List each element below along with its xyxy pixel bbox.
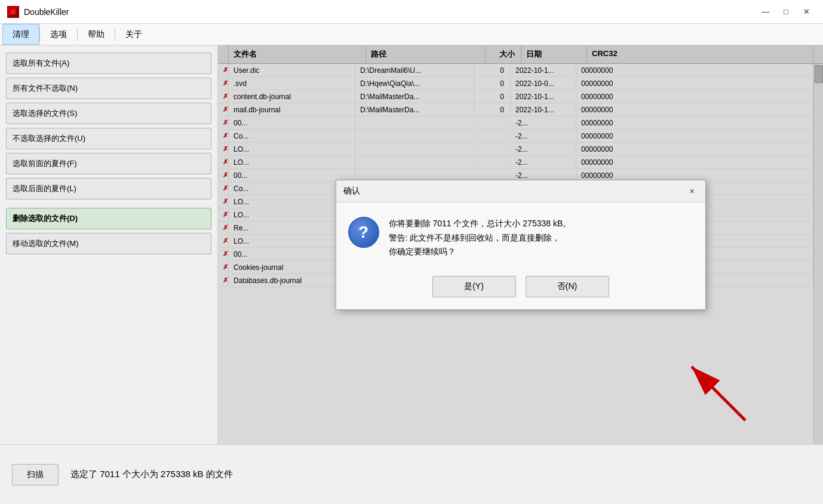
bottom-bar: 扫描 选定了 7011 个大小为 275338 kB 的文件 xyxy=(0,444,823,504)
title-bar-left: DoubleKiller xyxy=(7,6,69,18)
status-text: 选定了 7011 个大小为 275338 kB 的文件 xyxy=(70,469,233,480)
dialog-yes-button[interactable]: 是(Y) xyxy=(432,276,516,297)
dialog-no-button[interactable]: 否(N) xyxy=(526,276,609,297)
minimize-button[interactable]: — xyxy=(756,4,775,20)
app-title: DoubleKiller xyxy=(24,7,69,17)
dialog-titlebar: 确认 × xyxy=(336,180,705,202)
dialog-overlay: 确认 × ? 你将要删除 7011 个文件，总计大小 275338 kB。 警告… xyxy=(218,45,823,444)
menu-item-options[interactable]: 选项 xyxy=(40,24,77,45)
deselect-all-button[interactable]: 所有文件不选取(N) xyxy=(6,78,211,99)
dialog-close-button[interactable]: × xyxy=(686,185,698,197)
svg-rect-2 xyxy=(11,10,16,14)
menu-item-clean[interactable]: 清理 xyxy=(2,24,39,45)
maximize-button[interactable]: □ xyxy=(776,4,796,20)
deselect-chosen-button[interactable]: 不选取选择的文件(U) xyxy=(6,128,211,149)
main-layout: 选取所有文件(A) 所有文件不选取(N) 选取选择的文件(S) 不选取选择的文件… xyxy=(0,45,823,504)
dialog-message: 你将要删除 7011 个文件，总计大小 275338 kB。 警告: 此文件不是… xyxy=(389,217,572,259)
dialog-message-line2: 警告: 此文件不是移到回收站，而是直接删除， xyxy=(389,231,572,245)
confirm-dialog: 确认 × ? 你将要删除 7011 个文件，总计大小 275338 kB。 警告… xyxy=(336,180,706,310)
move-selected-button[interactable]: 移动选取的文件(M) xyxy=(6,233,211,254)
menu-bar: 清理 选项 帮助 关于 xyxy=(0,24,823,45)
menu-item-help[interactable]: 帮助 xyxy=(78,24,115,45)
dialog-buttons: 是(Y) 否(N) xyxy=(336,269,705,309)
title-bar: DoubleKiller — □ ✕ xyxy=(0,0,823,24)
select-chosen-button[interactable]: 选取选择的文件(S) xyxy=(6,103,211,124)
select-all-button[interactable]: 选取所有文件(A) xyxy=(6,53,211,74)
dialog-message-line1: 你将要删除 7011 个文件，总计大小 275338 kB。 xyxy=(389,217,572,231)
dialog-body: ? 你将要删除 7011 个文件，总计大小 275338 kB。 警告: 此文件… xyxy=(336,202,705,269)
select-first-dupe-button[interactable]: 选取前面的夏件(F) xyxy=(6,153,211,174)
app-icon xyxy=(7,6,19,18)
menu-item-about[interactable]: 关于 xyxy=(115,24,152,45)
select-last-dupe-button[interactable]: 选取后面的夏件(L) xyxy=(6,178,211,199)
dialog-question-icon: ? xyxy=(348,217,379,248)
close-button[interactable]: ✕ xyxy=(797,4,816,20)
left-panel: 选取所有文件(A) 所有文件不选取(N) 选取选择的文件(S) 不选取选择的文件… xyxy=(0,45,218,504)
dialog-title: 确认 xyxy=(343,186,360,196)
dialog-message-line3: 你确定要继续吗？ xyxy=(389,245,572,259)
right-panel: 文件名 路径 大小 日期 CRC32 ✗ User.dic D:\DreamMa… xyxy=(218,45,823,444)
window-controls: — □ ✕ xyxy=(756,4,816,20)
delete-selected-button[interactable]: 删除选取的文件(D) xyxy=(6,208,211,229)
scan-button[interactable]: 扫描 xyxy=(12,464,59,485)
